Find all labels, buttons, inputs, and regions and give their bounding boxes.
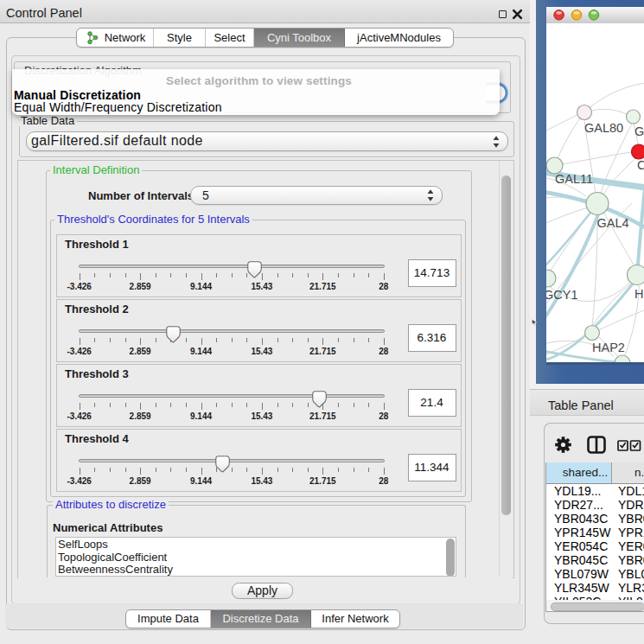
svg-text:GAL4: GAL4 (597, 216, 629, 230)
svg-text:GCY1: GCY1 (546, 288, 578, 302)
svg-text:GA: GA (634, 124, 644, 138)
svg-text:GAL80: GAL80 (584, 121, 623, 135)
svg-text:C: C (637, 158, 644, 172)
svg-text:H: H (634, 287, 643, 301)
svg-text:GAL11: GAL11 (555, 172, 593, 186)
svg-text:HAP2: HAP2 (592, 341, 625, 354)
